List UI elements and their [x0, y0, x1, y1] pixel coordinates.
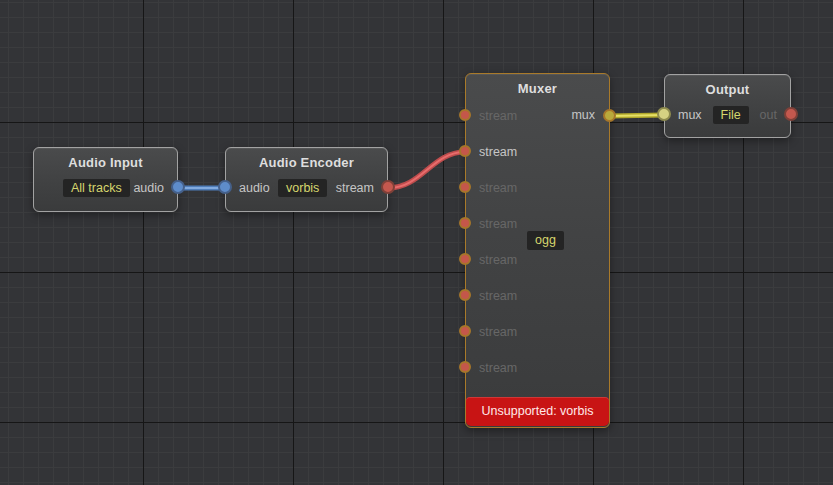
codec-button[interactable]: vorbis: [278, 179, 327, 198]
node-title: Audio Input: [34, 155, 177, 170]
audio-input-port[interactable]: [218, 180, 232, 194]
audio-output-label: audio: [133, 181, 164, 195]
stream-input-port[interactable]: [459, 217, 471, 229]
mux-output-label: mux: [571, 105, 595, 125]
connection-encoder-to-muxer-core: [388, 152, 465, 188]
stream-input-port[interactable]: [459, 145, 471, 157]
muxer-stream-row: stream: [479, 249, 517, 269]
stream-input-label: stream: [479, 145, 517, 159]
node-audio-encoder[interactable]: Audio Encoder audio vorbis stream: [225, 147, 388, 212]
stream-input-label: stream: [479, 361, 517, 375]
node-output[interactable]: Output mux File out: [664, 74, 791, 138]
node-muxer[interactable]: Muxer mux streamstreamstreamstreamstream…: [465, 73, 610, 428]
stream-input-label: stream: [479, 289, 517, 303]
muxer-stream-row: stream: [479, 285, 517, 305]
error-banner: Unsupported: vorbis: [466, 397, 609, 426]
muxer-stream-row: stream: [479, 321, 517, 341]
node-row: All tracks audio: [34, 175, 177, 201]
node-title: Output: [665, 82, 790, 97]
muxer-stream-row: stream: [479, 141, 517, 161]
mux-input-port[interactable]: [657, 107, 671, 121]
stream-input-port[interactable]: [459, 289, 471, 301]
stream-output-port[interactable]: [381, 180, 395, 194]
connection-wires: [0, 0, 833, 485]
node-row: audio vorbis stream: [226, 175, 387, 201]
stream-input-label: stream: [479, 325, 517, 339]
muxer-stream-row: stream: [479, 357, 517, 377]
out-output-label: out: [760, 108, 777, 122]
stream-input-label: stream: [479, 253, 517, 267]
connection-encoder-to-muxer[interactable]: [388, 152, 465, 188]
muxer-stream-row: stream: [479, 105, 517, 125]
stream-output-label: stream: [336, 181, 374, 195]
stream-input-port[interactable]: [459, 181, 471, 193]
file-button[interactable]: File: [713, 106, 749, 125]
audio-output-port[interactable]: [171, 180, 185, 194]
muxer-stream-row: stream: [479, 213, 517, 233]
stream-input-port[interactable]: [459, 325, 471, 337]
stream-input-port[interactable]: [459, 109, 471, 121]
stream-input-port[interactable]: [459, 361, 471, 373]
node-title: Audio Encoder: [226, 155, 387, 170]
all-tracks-button[interactable]: All tracks: [63, 179, 130, 198]
node-audio-input[interactable]: Audio Input All tracks audio: [33, 147, 178, 212]
connection-muxer-to-output-core: [610, 115, 664, 116]
node-title: Muxer: [466, 81, 609, 96]
out-output-port[interactable]: [784, 107, 798, 121]
connection-muxer-to-output[interactable]: [610, 115, 664, 116]
mux-output-port[interactable]: [603, 109, 616, 122]
stream-input-label: stream: [479, 217, 517, 231]
node-row: mux File out: [665, 102, 790, 128]
node-graph-canvas[interactable]: Audio Input All tracks audio Audio Encod…: [0, 0, 833, 485]
audio-input-label: audio: [239, 181, 270, 195]
stream-input-label: stream: [479, 181, 517, 195]
format-button[interactable]: ogg: [527, 231, 564, 250]
stream-input-label: stream: [479, 109, 517, 123]
mux-input-label: mux: [678, 108, 702, 122]
stream-input-port[interactable]: [459, 253, 471, 265]
muxer-stream-row: stream: [479, 177, 517, 197]
